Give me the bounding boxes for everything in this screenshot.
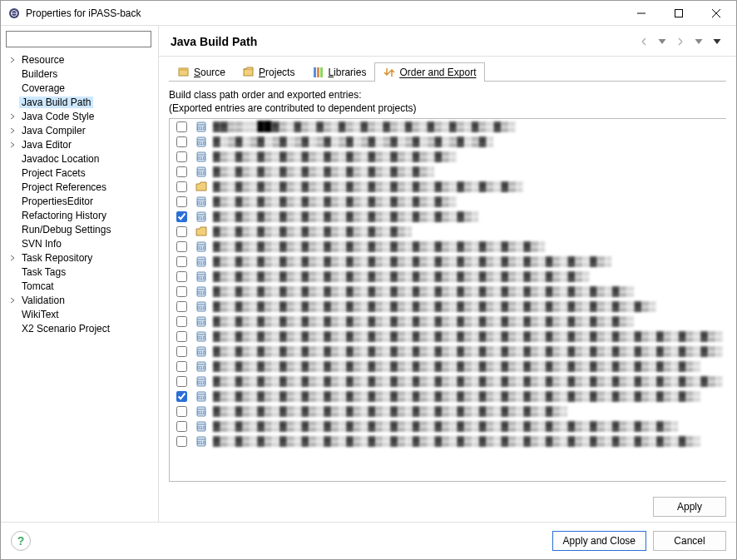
classpath-entry[interactable]: 010▓▒░▓▒░▓▒░▓▒░▓▒░▓▒░▓▒░▓▒░▓▒░▓▒░▓▒░▓▒░▓… bbox=[170, 434, 726, 448]
jar-icon: 010 bbox=[195, 315, 208, 328]
classpath-entry[interactable]: 010▓▒░▓▒░▓▒░▓▒░▓▒░▓▒░▓▒░▓▒░▓▒░▓▒░▓▒░▓▒░▓… bbox=[170, 374, 726, 389]
sidebar-item-java-build-path[interactable]: Java Build Path bbox=[6, 95, 156, 109]
classpath-entry[interactable]: 010▓▒░▓▒░▓▒░▓▒░▓▒░▓▒░▓▒░▓▒░▓▒░▓▒░▓▒░▓▒░▓… bbox=[170, 329, 726, 344]
entry-label: ▓▒░▓▒░▓▒░▓▒░▓▒░▓▒░▓▒░▓▒░▓▒░▓▒░▓▒░▓▒░▓▒░▓… bbox=[213, 330, 723, 342]
export-checkbox[interactable] bbox=[176, 256, 187, 267]
classpath-entry[interactable]: ▓▒░▓▒░▓▒░▓▒░▓▒░▓▒░▓▒░▓▒░▓▒░▓▒░▓▒░▓▒░▓▒░▓… bbox=[170, 179, 726, 194]
classpath-entry[interactable]: 010▓▒░▓▒░▓▒░▓▒░▓▒░▓▒░▓▒░▓▒░▓▒░▓▒░▓▒░▓▒░▓… bbox=[170, 314, 726, 329]
sidebar-item-java-compiler[interactable]: Java Compiler bbox=[6, 123, 156, 137]
chevron-right-icon[interactable] bbox=[6, 57, 19, 63]
sidebar-item-java-editor[interactable]: Java Editor bbox=[6, 137, 156, 151]
export-checkbox[interactable] bbox=[176, 331, 187, 342]
classpath-order-list[interactable]: 010▓▓▒▒░░██▓▒░▓▒░▓▒░▓▒░▓▒░▓▒░▓▒░▓▒░▓▒░▓▒… bbox=[169, 118, 726, 482]
sidebar-item-refactoring-history[interactable]: Refactoring History bbox=[6, 208, 156, 222]
view-menu-icon[interactable] bbox=[710, 34, 725, 49]
classpath-entry[interactable]: 010▓▒░▓▒░▓▒░▓▒░▓▒░▓▒░▓▒░▓▒░▓▒░▓▒░▓▒░▓▒░ bbox=[170, 209, 726, 224]
maximize-button[interactable] bbox=[660, 1, 697, 25]
export-checkbox[interactable] bbox=[176, 436, 187, 447]
classpath-entry[interactable]: 010▓▒░▓▒░▓▒░▓▒░▓▒░▓▒░▓▒░▓▒░▓▒░▓▒░▓▒░ bbox=[170, 194, 726, 209]
export-checkbox[interactable] bbox=[176, 121, 187, 132]
sidebar-item-task-tags[interactable]: Task Tags bbox=[6, 265, 156, 279]
forward-drop-icon[interactable] bbox=[691, 34, 706, 49]
tab-order-and-export[interactable]: Order and Export bbox=[374, 62, 484, 82]
classpath-entry[interactable]: 010▓▒░▓▒░▓▒░▓▒░▓▒░▓▒░▓▒░▓▒░▓▒░▓▒░▓▒░▓▒░▓… bbox=[170, 254, 726, 269]
classpath-entry[interactable]: 010▓▒░▓▒░▓▒░▓▒░▓▒░▓▒░▓▒░▓▒░▓▒░▓▒░▓▒░▓▒░▓… bbox=[170, 269, 726, 284]
export-checkbox[interactable] bbox=[176, 166, 187, 177]
classpath-entry[interactable]: 010▓▒░▓▒░▓▒░▓▒░▓▒░▓▒░▓▒░▓▒░▓▒░▓▒░▓▒░▓▒░▓… bbox=[170, 404, 726, 419]
classpath-entry[interactable]: 010▓▓▒▒░░██▓▒░▓▒░▓▒░▓▒░▓▒░▓▒░▓▒░▓▒░▓▒░▓▒… bbox=[170, 119, 726, 134]
export-checkbox[interactable] bbox=[176, 301, 187, 312]
classpath-entry[interactable]: 010▓▒░▓▒░▓▒░▓▒░▓▒░▓▒░▓▒░▓▒░▓▒░▓▒░▓▒░▓▒░▓… bbox=[170, 389, 726, 404]
export-checkbox[interactable] bbox=[176, 346, 187, 357]
export-checkbox[interactable] bbox=[176, 391, 187, 402]
tab-projects[interactable]: Projects bbox=[234, 62, 303, 82]
export-checkbox[interactable] bbox=[176, 421, 187, 432]
chevron-right-icon[interactable] bbox=[6, 297, 19, 304]
export-checkbox[interactable] bbox=[176, 196, 187, 207]
chevron-right-icon[interactable] bbox=[6, 127, 19, 134]
close-button[interactable] bbox=[697, 1, 735, 25]
classpath-entry[interactable]: ▓▒░▓▒░▓▒░▓▒░▓▒░▓▒░▓▒░▓▒░▓▒░ bbox=[170, 224, 726, 239]
back-drop-icon[interactable] bbox=[655, 34, 670, 49]
forward-button[interactable] bbox=[673, 34, 688, 49]
export-checkbox[interactable] bbox=[176, 181, 187, 192]
apply-button[interactable]: Apply bbox=[653, 497, 726, 517]
sidebar-item-task-repository[interactable]: Task Repository bbox=[6, 250, 156, 265]
chevron-right-icon[interactable] bbox=[6, 113, 19, 120]
entry-label: ▓▒░▓▒░▓▒░▓▒░▓▒░▓▒░▓▒░▓▒░▓▒░▓▒░▓▒░ bbox=[213, 151, 457, 162]
classpath-entry[interactable]: 010▓▒░▓▒░▓▒░▓▒░▓▒░▓▒░▓▒░▓▒░▓▒░▓▒░▓▒░▓▒░▓… bbox=[170, 284, 726, 299]
properties-dialog: Properties for iPASS-back ResourceBuilde… bbox=[0, 0, 737, 560]
category-tree[interactable]: ResourceBuildersCoverageJava Build PathJ… bbox=[4, 52, 156, 520]
export-checkbox[interactable] bbox=[176, 286, 187, 297]
classpath-entry[interactable]: 010▓▒░▓▒░▓▒░▓▒░▓▒░▓▒░▓▒░▓▒░▓▒░▓▒░ bbox=[170, 164, 726, 179]
sidebar-item-javadoc-location[interactable]: Javadoc Location bbox=[6, 151, 156, 166]
classpath-entry[interactable]: 010▓▒░▓▒░▓▒░▓▒░▓▒░▓▒░▓▒░▓▒░▓▒░▓▒░▓▒░▓▒░▓… bbox=[170, 239, 726, 254]
build-path-tabs: SourceProjectsLibrariesOrder and Export bbox=[159, 57, 736, 81]
cancel-button[interactable]: Cancel bbox=[653, 531, 726, 551]
jar-icon: 010 bbox=[195, 404, 208, 418]
sidebar-item-java-code-style[interactable]: Java Code Style bbox=[6, 109, 156, 123]
sidebar-item-label: SVN Info bbox=[19, 238, 64, 250]
export-checkbox[interactable] bbox=[176, 226, 187, 237]
export-checkbox[interactable] bbox=[176, 316, 187, 327]
sidebar-item-x2-scenario-project[interactable]: X2 Scenario Project bbox=[6, 321, 156, 335]
sidebar-item-builders[interactable]: Builders bbox=[6, 67, 156, 81]
sidebar-item-run-debug-settings[interactable]: Run/Debug Settings bbox=[6, 222, 156, 236]
classpath-entry[interactable]: 010▓▒░▓▒░▓▒░▓▒░▓▒░▓▒░▓▒░▓▒░▓▒░▓▒░▓▒░▓▒░▓… bbox=[170, 419, 726, 434]
export-checkbox[interactable] bbox=[176, 151, 187, 162]
sidebar-item-propertieseditor[interactable]: PropertiesEditor bbox=[6, 194, 156, 208]
export-checkbox[interactable] bbox=[176, 211, 187, 222]
svg-text:010: 010 bbox=[197, 305, 206, 310]
filter-input[interactable] bbox=[6, 31, 151, 47]
sidebar-item-validation[interactable]: Validation bbox=[6, 293, 156, 307]
export-checkbox[interactable] bbox=[176, 271, 187, 282]
sidebar-item-coverage[interactable]: Coverage bbox=[6, 81, 156, 95]
tab-source[interactable]: Source bbox=[169, 62, 234, 82]
help-button[interactable]: ? bbox=[11, 531, 31, 551]
apply-and-close-button[interactable]: Apply and Close bbox=[552, 531, 646, 551]
classpath-entry[interactable]: 010▓░▒▓░▒▓░▒▓░▒▓░▒▓░▒▓░▒▓░▒▓░▒▓░▒▓░▒▓░▒▓… bbox=[170, 134, 726, 149]
tab-libraries[interactable]: Libraries bbox=[303, 62, 374, 82]
minimize-button[interactable] bbox=[622, 1, 660, 25]
svg-text:010: 010 bbox=[197, 260, 206, 265]
export-checkbox[interactable] bbox=[176, 136, 187, 147]
classpath-entry[interactable]: 010▓▒░▓▒░▓▒░▓▒░▓▒░▓▒░▓▒░▓▒░▓▒░▓▒░▓▒░ bbox=[170, 149, 726, 164]
sidebar-item-tomcat[interactable]: Tomcat bbox=[6, 279, 156, 293]
classpath-entry[interactable]: 010▓▒░▓▒░▓▒░▓▒░▓▒░▓▒░▓▒░▓▒░▓▒░▓▒░▓▒░▓▒░▓… bbox=[170, 299, 726, 314]
chevron-right-icon[interactable] bbox=[6, 141, 19, 148]
entry-label: ▓▒░▓▒░▓▒░▓▒░▓▒░▓▒░▓▒░▓▒░▓▒░▓▒░▓▒░▓▒░▓▒░▓… bbox=[213, 390, 700, 402]
export-checkbox[interactable] bbox=[176, 361, 187, 372]
chevron-right-icon[interactable] bbox=[6, 255, 19, 261]
sidebar-item-project-facets[interactable]: Project Facets bbox=[6, 166, 156, 180]
sidebar-item-resource[interactable]: Resource bbox=[6, 52, 156, 67]
back-button[interactable] bbox=[636, 34, 651, 49]
export-checkbox[interactable] bbox=[176, 241, 187, 252]
jar-icon: 010 bbox=[195, 150, 208, 163]
export-checkbox[interactable] bbox=[176, 376, 187, 387]
sidebar-item-svn-info[interactable]: SVN Info bbox=[6, 236, 156, 250]
classpath-entry[interactable]: 010▓▒░▓▒░▓▒░▓▒░▓▒░▓▒░▓▒░▓▒░▓▒░▓▒░▓▒░▓▒░▓… bbox=[170, 344, 726, 359]
export-checkbox[interactable] bbox=[176, 406, 187, 417]
sidebar-item-project-references[interactable]: Project References bbox=[6, 180, 156, 194]
classpath-entry[interactable]: 010▓▒░▓▒░▓▒░▓▒░▓▒░▓▒░▓▒░▓▒░▓▒░▓▒░▓▒░▓▒░▓… bbox=[170, 359, 726, 374]
sidebar-item-wikitext[interactable]: WikiText bbox=[6, 307, 156, 321]
